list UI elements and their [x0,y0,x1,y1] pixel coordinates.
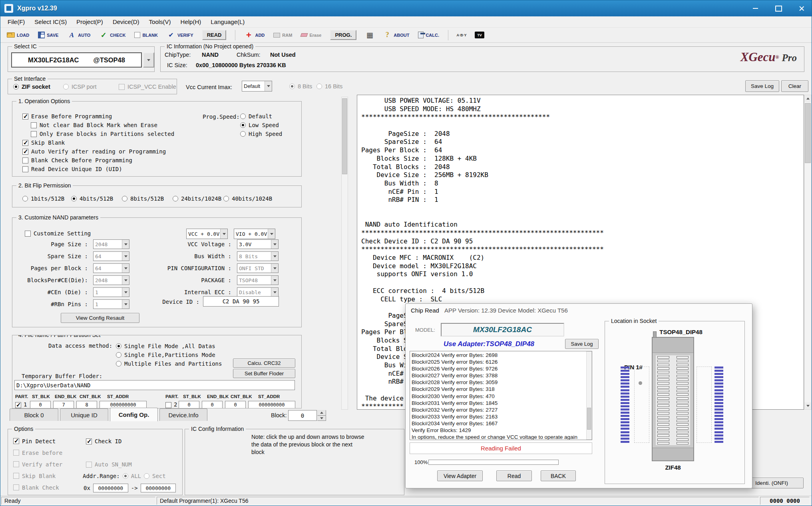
close-icon[interactable] [795,3,808,14]
toolbar-calc-button[interactable]: CALC. [418,32,439,38]
radio-single-file-mode-all-datas[interactable]: Single File Mode ,All Datas [116,342,222,351]
scroll-down-icon[interactable] [804,402,811,409]
verify-log-list[interactable]: Block#2024 Verify error Bytes: 2698Block… [410,351,592,440]
toolbar-read-button[interactable]: READ [202,30,227,40]
back-button[interactable]: BACK [541,470,576,481]
checkbox-pin-detect[interactable]: Pin Detect [13,435,62,447]
menu-item-help-h[interactable]: Help(H) [176,17,206,27]
vcc-offset-dropdown[interactable]: VCC + 0.0V [186,229,228,239]
checkbox-auto-verify-after-reading-or-programming[interactable]: Auto Verify after reading or Programming [22,147,174,156]
dropdown-1[interactable]: 1 [93,287,129,297]
bits16-radio[interactable]: 16 Bits [316,82,342,91]
addr-from-input[interactable]: 00000000 [93,484,128,492]
save-log-button[interactable]: Save Log [745,80,779,92]
checkbox-erase-before-programming[interactable]: Erase Before Programming [22,112,174,121]
tab-config-op[interactable]: Config Op. [110,408,158,421]
partition-cell[interactable]: 7 [53,401,74,408]
dropdown-2048[interactable]: 2048 [93,275,129,285]
toolbar-about-button[interactable]: ABOUT [383,31,409,39]
partition-checkbox[interactable] [165,402,171,408]
tab-unique-id[interactable]: Unique ID [60,408,108,421]
left-panel-scrollbar[interactable] [341,97,348,410]
check-id-checkbox[interactable]: Check ID [86,437,121,446]
toolbar-erase-button[interactable]: Erase [301,33,321,38]
tab-device-info[interactable]: Device.Info [159,408,207,421]
radio-default[interactable]: Default [240,112,282,121]
toolbar-add-button[interactable]: ADD [244,31,265,39]
ic-select-dropdown[interactable]: MX30LF2G18AC @TSOP48 [11,52,142,68]
radio-1bits-512b[interactable]: 1bits/512B [22,194,64,203]
addr-to-input[interactable]: 00000000 [141,484,176,492]
tab-block-0[interactable]: Block 0 [10,408,58,421]
read-button[interactable]: Read [496,470,532,481]
radio-high-speed[interactable]: High Speed [240,129,282,138]
set-buffer-button[interactable]: Set Buffer Floder [233,369,295,378]
radio-low-speed[interactable]: Low Speed [240,121,282,129]
radio-multiple-files-and-partitions[interactable]: Multiple Files and Partitions [116,359,222,368]
toolbar-save-button[interactable]: SAVE [38,32,58,38]
log-scrollbar[interactable] [586,351,592,440]
checkbox-verify-after[interactable]: Verify after [13,458,62,470]
radio-single-file-partitions-mode[interactable]: Single File,Partitions Mode [116,351,222,359]
menu-item-file-f[interactable]: File(F) [3,17,30,27]
partition-cell[interactable]: 0 [30,401,51,408]
scrollbar-thumb[interactable] [342,98,347,174]
zif-socket-radio[interactable]: ZIF socket [13,82,50,91]
partition-cell[interactable]: 000000000 [248,401,295,408]
checkbox-skip-blank[interactable]: Skip Blank [22,138,174,147]
partition-cell[interactable]: 0 [202,401,223,408]
toolbar-aby-button[interactable] [457,31,466,39]
view-config-button[interactable]: View Config Resault [61,313,139,323]
spinner-up-button[interactable] [317,410,326,416]
radio-40bits-1024b[interactable]: 40bits/1024B [223,194,272,203]
toolbar-logic-button[interactable] [365,31,374,39]
toolbar-check-button[interactable]: CHECK [99,31,125,39]
toolbar-auto-button[interactable]: AUTO [67,31,90,39]
checkbox-only-erase-blocks-in-partitions-selected[interactable]: Only Erase blocks in Partitions selected [31,129,174,138]
vcc-imax-dropdown[interactable]: Default [242,81,272,92]
partition-cell[interactable]: 8 [76,401,97,408]
toolbar-load-button[interactable]: LOAD [7,32,29,38]
addr-sect-radio[interactable] [144,473,149,479]
dropdown-2048[interactable]: 2048 [93,239,129,249]
customize-setting-checkbox[interactable]: Customize Setting [25,229,91,238]
auto-sn-checkbox[interactable]: Auto SN_NUM [86,460,132,469]
checkbox-erase-before[interactable]: Erase before [13,447,62,458]
toolbar-ram-button[interactable]: RAM [273,33,292,38]
toolbar-prog-button[interactable]: PROG. [330,30,356,40]
radio-8bits-512b[interactable]: 8bits/512B [122,194,164,203]
view-adapter-button[interactable]: View Adapter [437,470,483,481]
device-id-field[interactable]: C2 DA 90 95 [203,296,279,307]
icsp-vcc-checkbox[interactable]: ICSP_VCC Enable [119,82,176,91]
vio-offset-dropdown[interactable]: VIO + 0.0V [234,229,275,239]
checkbox-not-clear-bad-block-mark-when-erase[interactable]: Not clear Bad Block Mark when Erase [31,121,174,129]
toolbar-blank-button[interactable]: BLANK [134,32,158,38]
menu-item-device-d[interactable]: Device(D) [108,17,144,27]
toolbar-tv-button[interactable] [475,32,484,38]
addr-all-radio[interactable] [123,473,128,479]
minimize-icon[interactable] [748,3,762,14]
partition-cell[interactable]: 0 [179,401,199,408]
console-scrollbar[interactable] [804,95,812,410]
spinner-down-button[interactable] [317,416,326,421]
ic-select-arrow-button[interactable] [143,52,154,68]
menu-item-tools-v[interactable]: Tools(V) [144,17,176,27]
bits8-radio[interactable]: 8 Bits [289,82,312,91]
checkbox-blank-check-before-programming[interactable]: Blank Check Before Programming [22,156,174,165]
menu-item-language-l[interactable]: Language(L) [206,17,249,27]
checkbox-skip-blank[interactable]: Skip Blank [13,470,62,482]
clear-button[interactable]: Clear [781,80,808,92]
dropdown-disable[interactable]: Disable [237,287,279,297]
radio-24bits-1024b[interactable]: 24bits/1024B [173,194,221,203]
scrollbar-thumb[interactable] [805,103,811,163]
dialog-save-log-button[interactable]: Save Log [565,339,599,349]
partition-cell[interactable]: 0 [225,401,246,408]
radio-4bits-512b[interactable]: 4bits/512B [71,194,113,203]
dropdown-onfi-std[interactable]: ONFI STD [237,263,279,273]
menu-item-select-ic-s[interactable]: Select IC(S) [30,17,72,27]
dropdown-3-0v[interactable]: 3.0V [237,239,279,249]
scrollbar-thumb[interactable] [587,408,591,430]
checkbox-blank-check[interactable]: Blank Check [13,482,62,493]
partition-checkbox[interactable] [15,402,21,408]
dropdown-64[interactable]: 64 [93,263,129,273]
